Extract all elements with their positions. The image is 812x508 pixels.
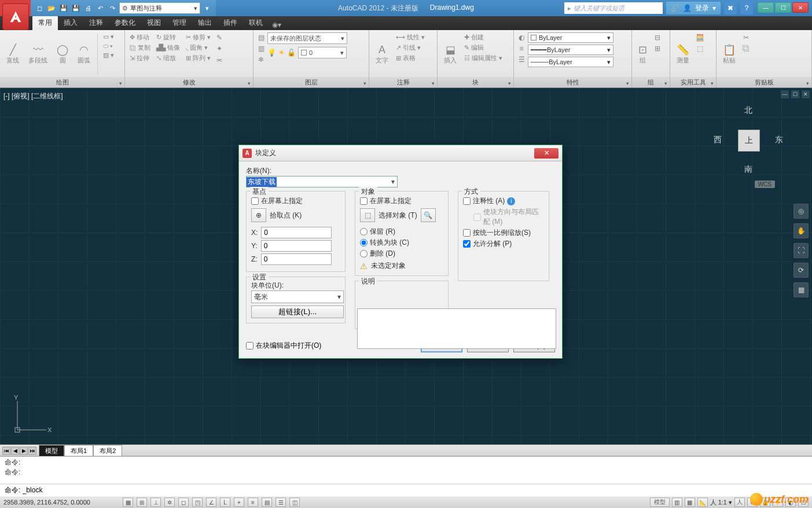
group-edit-icon[interactable]: ⊞: [652, 43, 663, 54]
copy-button[interactable]: ⿻ 复制: [127, 43, 153, 53]
expand-icon[interactable]: ▾: [806, 78, 809, 89]
expand-icon[interactable]: ▾: [508, 78, 511, 89]
move-button[interactable]: ✥ 移动: [127, 32, 153, 42]
erase-icon[interactable]: ✎: [214, 32, 225, 43]
quickview-drawings-icon[interactable]: ▦: [685, 498, 695, 507]
anno-scale-value[interactable]: 人 1:1 ▾: [710, 498, 732, 507]
scale-button[interactable]: ⤡ 缩放: [154, 53, 182, 63]
quick-select-button[interactable]: 🔍: [421, 208, 436, 222]
tab-insert[interactable]: 插入: [58, 16, 83, 30]
explode-icon[interactable]: ✦: [214, 43, 225, 54]
convert-radio[interactable]: 转换为块 (C): [360, 238, 443, 248]
layer-state-combo[interactable]: 未保存的图层状态: [267, 32, 347, 44]
wcs-badge[interactable]: WCS: [755, 181, 775, 188]
annotative-checkbox[interactable]: 注释性 (A)i: [463, 196, 544, 206]
layout-tab-model[interactable]: 模型: [39, 445, 64, 457]
orbit-icon[interactable]: ⟳: [793, 263, 809, 278]
list-icon[interactable]: ☰: [516, 54, 527, 65]
lt-last-icon[interactable]: ⏭: [28, 447, 36, 455]
objects-onscreen-checkbox[interactable]: 在屏幕上指定: [360, 196, 443, 206]
polar-icon[interactable]: ✲: [164, 498, 175, 507]
cut-icon[interactable]: ✂: [741, 32, 751, 43]
paste-button[interactable]: 📋粘贴: [719, 32, 740, 76]
select-objects-button[interactable]: ⬚: [360, 208, 375, 222]
annovis-icon[interactable]: 人: [734, 498, 745, 507]
viewcube-north[interactable]: 北: [744, 105, 752, 116]
view-cube[interactable]: 北 南 东 西 上: [714, 105, 783, 175]
expand-icon[interactable]: ▾: [119, 78, 122, 89]
command-input[interactable]: [23, 486, 807, 494]
rect-button[interactable]: ▭ ▾: [101, 32, 116, 41]
open-icon[interactable]: 📂: [46, 3, 57, 13]
tab-annotate[interactable]: 注释: [83, 16, 109, 30]
zoom-extents-icon[interactable]: ⛶: [793, 243, 809, 258]
open-in-editor-checkbox[interactable]: 在块编辑器中打开(O): [246, 341, 321, 351]
array-button[interactable]: ⊞ 阵列 ▾: [183, 53, 213, 63]
allow-explode-checkbox[interactable]: 允许分解 (P): [463, 239, 544, 249]
delete-radio[interactable]: 删除 (D): [360, 249, 443, 259]
block-unit-combo[interactable]: 毫米: [251, 290, 344, 303]
create-block-button[interactable]: ✚ 创建: [462, 32, 505, 42]
expand-icon[interactable]: ▾: [248, 78, 251, 89]
layer-props-icon[interactable]: ▤: [256, 32, 266, 43]
fillet-button[interactable]: ◟ 圆角 ▾: [183, 43, 213, 53]
dialog-close-button[interactable]: ✕: [534, 148, 559, 159]
tab-focus-icon[interactable]: ◉▾: [269, 20, 285, 30]
login-button[interactable]: 🔗 👤 登录▾: [666, 2, 721, 14]
workspace-combo[interactable]: ⚙草图与注释: [119, 2, 200, 14]
redo-icon[interactable]: ↷: [107, 3, 117, 13]
arc-button[interactable]: ◠圆弧: [74, 32, 94, 76]
rotate-button[interactable]: ↻ 旋转: [154, 32, 182, 42]
coordinates[interactable]: 2958.3989, 2116.4752, 0.0000: [3, 499, 119, 506]
measure-button[interactable]: 📏测量: [673, 32, 693, 76]
color-combo[interactable]: ByLayer: [528, 32, 613, 43]
expand-icon[interactable]: ▾: [711, 78, 714, 89]
linear-dim-button[interactable]: ⟷ 线性 ▾: [394, 32, 427, 42]
polyline-button[interactable]: 〰多段线: [24, 32, 52, 76]
z-input[interactable]: [261, 253, 332, 265]
edit-block-button[interactable]: ✎ 编辑: [462, 43, 505, 53]
help-icon[interactable]: ?: [740, 2, 753, 14]
lt-prev-icon[interactable]: ◀: [11, 447, 19, 455]
scale-uniform-checkbox[interactable]: 按统一比例缩放(S): [463, 228, 544, 238]
tab-manage[interactable]: 管理: [167, 16, 192, 30]
viewcube-west[interactable]: 西: [714, 135, 722, 145]
print-icon[interactable]: 🖨: [83, 3, 93, 13]
layout-tab-2[interactable]: 布局2: [93, 445, 122, 457]
description-textarea[interactable]: [357, 308, 556, 349]
props-icon[interactable]: ≡: [516, 43, 527, 54]
circle-button[interactable]: ◯圆: [53, 32, 72, 76]
layer-freeze-icon[interactable]: ❄: [256, 54, 266, 65]
close-button[interactable]: ✕: [792, 2, 809, 13]
tab-plugins[interactable]: 插件: [218, 16, 243, 30]
qat-more-icon[interactable]: ▾: [202, 3, 212, 13]
expand-icon[interactable]: ▾: [363, 78, 366, 89]
osnap-icon[interactable]: ◻: [178, 498, 189, 507]
tab-view[interactable]: 视图: [141, 16, 167, 30]
app-menu-button[interactable]: [2, 3, 29, 30]
table-button[interactable]: ⊞ 表格: [394, 53, 427, 63]
showmotion-icon[interactable]: ▦: [793, 282, 809, 297]
ortho-icon[interactable]: ⊥: [150, 498, 161, 507]
expand-icon[interactable]: ▾: [664, 78, 667, 89]
qp-icon[interactable]: ☰: [275, 498, 286, 507]
quickview-layouts-icon[interactable]: ▥: [672, 498, 682, 507]
annoscale-icon[interactable]: 📐: [697, 498, 708, 507]
expand-icon[interactable]: ▾: [626, 78, 629, 89]
model-space-button[interactable]: 模型: [650, 498, 670, 507]
tab-online[interactable]: 联机: [243, 16, 269, 30]
minimize-button[interactable]: —: [758, 2, 774, 13]
viewcube-east[interactable]: 东: [775, 135, 783, 145]
vp-minimize-icon[interactable]: —: [781, 90, 789, 98]
insert-block-button[interactable]: ⬓插入: [440, 32, 461, 76]
info-icon[interactable]: i: [507, 197, 515, 205]
tab-output[interactable]: 输出: [192, 16, 218, 30]
vp-maximize-icon[interactable]: ☐: [791, 90, 799, 98]
full-nav-wheel-icon[interactable]: ◎: [793, 204, 809, 219]
viewport-label[interactable]: [-] [俯视] [二维线框]: [3, 91, 63, 101]
stretch-button[interactable]: ⇲ 拉伸: [127, 53, 153, 63]
ducs-icon[interactable]: L: [220, 498, 230, 507]
ellipse-button[interactable]: ⬭ ▾: [101, 42, 116, 50]
vp-close-icon[interactable]: ✕: [802, 90, 810, 98]
tab-home[interactable]: 常用: [32, 16, 58, 30]
